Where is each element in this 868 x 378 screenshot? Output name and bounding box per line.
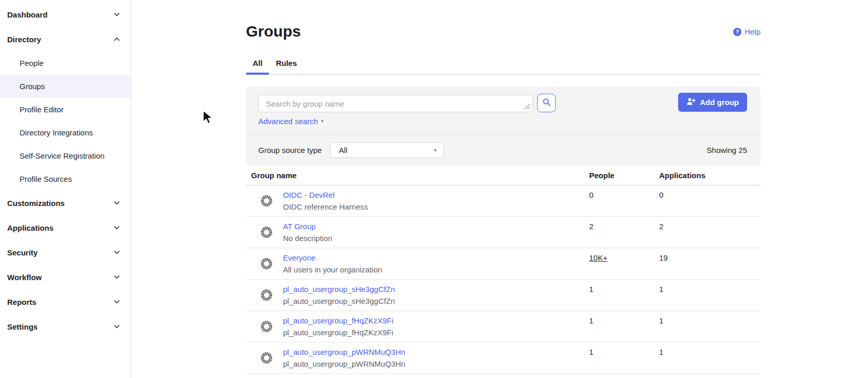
add-group-icon	[686, 97, 696, 107]
advanced-search-link[interactable]: Advanced search ▾	[258, 117, 323, 126]
group-description: OIDC reference Harness	[283, 202, 368, 212]
applications-count: 1	[659, 311, 760, 342]
tab-label: All	[253, 59, 262, 67]
table-row: pl_auto_usergroup_sHe3ggCfZn pl_auto_use…	[246, 280, 760, 311]
chevron-down-icon	[113, 273, 120, 281]
search-field-wrap	[258, 95, 533, 112]
group-name-link[interactable]: OIDC - DevRel	[283, 190, 368, 200]
help-label: Help	[745, 27, 760, 36]
column-header-applications: Applications	[659, 171, 760, 180]
sidebar-item-people[interactable]: People	[0, 51, 131, 75]
sidebar-item-directory-integrations[interactable]: Directory Integrations	[0, 121, 131, 144]
main-area: ? Help Groups All Rules	[131, 0, 868, 378]
sidebar-item-customizations[interactable]: Customizations	[0, 191, 131, 215]
applications-count: 2	[659, 217, 760, 248]
table-row: pl_auto_usergroup_fHqZKzX9Fi pl_auto_use…	[246, 311, 760, 342]
page-title: Groups	[246, 0, 760, 40]
sidebar-item-label: Applications	[7, 224, 54, 232]
help-link[interactable]: ? Help	[733, 27, 760, 36]
table-row: Everyone All users in your organization …	[246, 248, 760, 280]
sidebar-item-profile-editor[interactable]: Profile Editor	[0, 98, 131, 121]
group-avatar-icon	[260, 226, 273, 239]
table-header: Group name People Applications	[246, 166, 760, 185]
group-description: pl_auto_usergroup_fHqZKzX9Fi	[283, 328, 393, 338]
group-avatar-icon	[260, 194, 273, 208]
sidebar-item-label: Profile Sources	[20, 175, 72, 183]
people-count: 1	[589, 311, 659, 342]
sidebar-item-label: Security	[7, 248, 38, 257]
sidebar-item-label: Directory	[7, 35, 41, 44]
search-input[interactable]	[258, 95, 533, 112]
group-avatar-icon	[260, 257, 273, 270]
question-mark-icon: ?	[733, 28, 741, 36]
people-count-link[interactable]: 10K+	[589, 253, 607, 262]
column-header-people: People	[589, 171, 659, 180]
applications-count: 1	[659, 342, 760, 373]
sidebar-item-label: Dashboard	[7, 10, 47, 19]
chevron-down-icon	[113, 249, 120, 256]
group-name-link[interactable]: Everyone	[283, 253, 382, 263]
sidebar-item-self-service-registration[interactable]: Self-Service Registration	[0, 144, 131, 167]
chevron-down-icon	[113, 323, 120, 330]
sidebar-item-label: People	[20, 59, 44, 67]
applications-count: 19	[659, 248, 760, 279]
search-icon	[542, 98, 551, 108]
applications-count: 1	[659, 280, 760, 311]
chevron-down-icon	[113, 224, 120, 231]
group-name-link[interactable]: AT Group	[283, 221, 332, 232]
table-row: pl_auto_usergroup_pWRNMuQ3Hn pl_auto_use…	[246, 342, 760, 374]
group-avatar-icon	[260, 351, 273, 365]
group-source-type-select[interactable]: All ▼	[330, 142, 444, 158]
applications-count: 0	[659, 185, 760, 216]
sidebar-item-label: Settings	[7, 322, 38, 331]
group-name-link[interactable]: pl_auto_usergroup_pWRNMuQ3Hn	[283, 347, 405, 357]
chevron-down-icon	[113, 298, 120, 305]
sidebar-item-settings[interactable]: Settings	[0, 314, 131, 339]
sidebar-item-groups[interactable]: Groups	[0, 75, 131, 98]
sidebar-item-label: Groups	[20, 82, 45, 91]
people-count: 1	[589, 342, 659, 373]
tab-label: Rules	[276, 59, 297, 67]
tab-bar: All Rules	[246, 59, 760, 75]
group-avatar-icon	[260, 288, 273, 302]
sidebar-item-dashboard[interactable]: Dashboard	[0, 2, 131, 27]
add-group-label: Add group	[700, 98, 739, 107]
column-header-group-name: Group name	[246, 171, 589, 180]
sidebar-item-label: Self-Service Registration	[20, 151, 104, 160]
chevron-up-icon	[113, 36, 120, 43]
sidebar-item-reports[interactable]: Reports	[0, 289, 131, 314]
group-description: pl_auto_usergroup_pWRNMuQ3Hn	[283, 359, 405, 369]
advanced-search-label: Advanced search	[258, 117, 318, 126]
sidebar-item-security[interactable]: Security	[0, 240, 131, 265]
tab-rules[interactable]: Rules	[269, 59, 304, 74]
people-count: 1	[589, 280, 659, 311]
group-description: All users in your organization	[283, 265, 382, 275]
group-description: No description	[283, 233, 332, 244]
caret-down-icon: ▼	[433, 148, 437, 153]
chevron-down-icon	[113, 199, 120, 207]
sidebar: Dashboard Directory People Groups Profil…	[0, 0, 131, 378]
sidebar-item-label: Workflow	[7, 273, 42, 282]
group-description: pl_auto_usergroup_sHe3ggCfZn	[283, 296, 395, 306]
sidebar-item-profile-sources[interactable]: Profile Sources	[0, 167, 131, 191]
people-count: 0	[589, 185, 659, 216]
people-count: 2	[589, 217, 659, 248]
sidebar-item-label: Profile Editor	[20, 105, 64, 114]
table-row: AT Group No description 2 2	[246, 217, 760, 248]
chevron-down-icon	[113, 11, 120, 18]
group-name-link[interactable]: pl_auto_usergroup_fHqZKzX9Fi	[283, 316, 393, 326]
sidebar-item-workflow[interactable]: Workflow	[0, 265, 131, 289]
resize-grip-icon[interactable]	[524, 104, 530, 109]
sidebar-item-applications[interactable]: Applications	[0, 215, 131, 240]
sidebar-item-directory[interactable]: Directory	[0, 27, 131, 51]
filter-card: Advanced search ▾ Add group Group source…	[246, 87, 760, 166]
add-group-button[interactable]: Add group	[678, 93, 747, 112]
group-name-link[interactable]: pl_auto_usergroup_sHe3ggCfZn	[283, 284, 395, 295]
group-avatar-icon	[260, 320, 273, 333]
caret-down-icon: ▾	[321, 119, 324, 124]
group-source-type-label: Group source type	[258, 146, 322, 154]
sidebar-item-label: Reports	[7, 298, 37, 306]
tab-all[interactable]: All	[246, 59, 269, 74]
search-button[interactable]	[537, 94, 556, 112]
table-row: OIDC - DevRel OIDC reference Harness 0 0	[246, 185, 760, 217]
